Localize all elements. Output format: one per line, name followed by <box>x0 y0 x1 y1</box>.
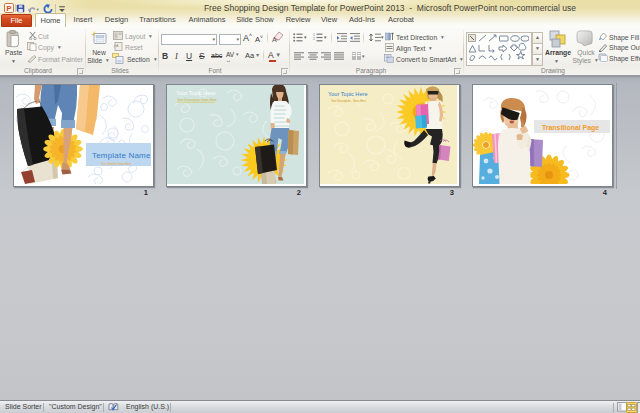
svg-text:P: P <box>6 4 11 13</box>
svg-text:A: A <box>272 36 277 43</box>
svg-text:Your Description - Goes Here: Your Description - Goes Here <box>331 99 367 103</box>
svg-text:Your Topic Here: Your Topic Here <box>176 90 216 96</box>
svg-text:Your Description Goes Here: Your Description Goes Here <box>177 98 217 102</box>
svg-text:2: 2 <box>313 37 315 41</box>
svg-text:Your Subtitle Goes Here: Your Subtitle Goes Here <box>101 162 132 166</box>
svg-text:Template Name: Template Name <box>92 151 151 160</box>
svg-text:Transitional Page: Transitional Page <box>542 124 599 132</box>
svg-text:Your Topic Here: Your Topic Here <box>328 91 368 97</box>
